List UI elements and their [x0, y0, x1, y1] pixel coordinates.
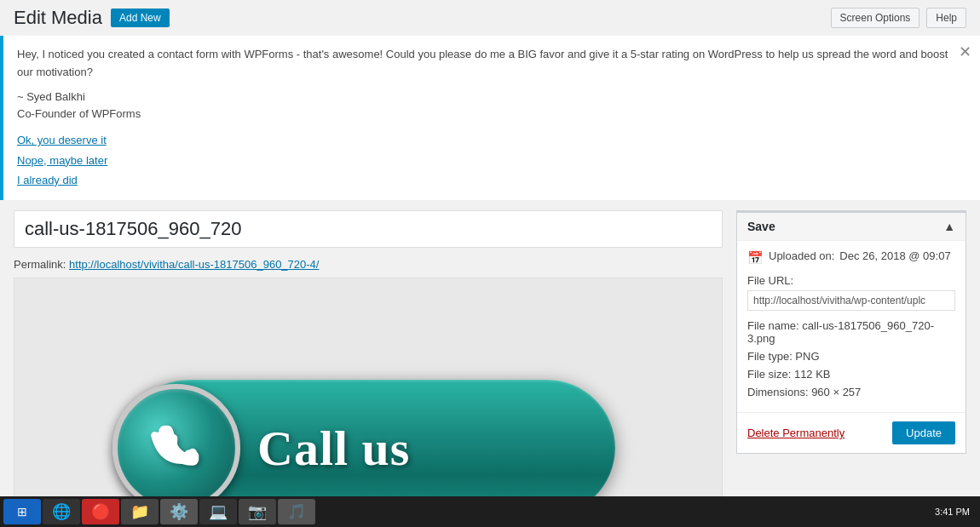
uploaded-value: Dec 26, 2018 @ 09:07 [839, 249, 950, 262]
call-us-circle [112, 384, 240, 512]
taskbar-item-4[interactable]: ⚙️ [160, 499, 198, 524]
page-title: Edit Media [14, 7, 102, 29]
top-bar-right: Screen Options Help [831, 8, 966, 28]
taskbar-item-2[interactable]: 🔴 [82, 499, 119, 524]
add-new-button[interactable]: Add New [111, 9, 170, 27]
permalink-row: Permalink: http://localhost/vivitha/call… [14, 258, 723, 271]
left-panel: Permalink: http://localhost/vivitha/call… [14, 210, 723, 527]
save-panel-title: Save [747, 220, 775, 233]
save-panel-toggle-button[interactable]: ▲ [943, 220, 955, 233]
taskbar-item-7[interactable]: 🎵 [278, 499, 315, 524]
taskbar-item-6[interactable]: 📷 [239, 499, 276, 524]
media-title-input[interactable] [14, 210, 723, 248]
notification-close-button[interactable]: ✕ [959, 44, 971, 60]
permalink-label: Permalink: [14, 258, 66, 271]
notification-link-maybe[interactable]: Nope, maybe later [17, 151, 966, 170]
notification-message: Hey, I noticed you created a contact for… [17, 46, 966, 82]
main-content: Permalink: http://localhost/vivitha/call… [0, 210, 980, 527]
file-size: File size: 112 KB [747, 368, 955, 381]
taskbar-start[interactable]: ⊞ [3, 499, 41, 524]
uploaded-row: 📅 Uploaded on: Dec 26, 2018 @ 09:07 [747, 249, 955, 266]
title-input-wrap [14, 210, 723, 248]
uploaded-label: Uploaded on: [769, 249, 834, 262]
right-sidebar: Save ▲ 📅 Uploaded on: Dec 26, 2018 @ 09:… [736, 210, 966, 527]
screen-options-button[interactable]: Screen Options [831, 8, 920, 28]
help-button[interactable]: Help [926, 8, 966, 28]
phone-icon [147, 418, 206, 478]
author-line1: ~ Syed Balkhi [17, 89, 966, 106]
taskbar-item-1[interactable]: 🌐 [43, 499, 80, 524]
page-wrapper: Edit Media Add New Screen Options Help ✕… [0, 0, 980, 527]
file-dimensions: Dimensions: 960 × 257 [747, 386, 955, 398]
save-panel: Save ▲ 📅 Uploaded on: Dec 26, 2018 @ 09:… [736, 210, 966, 454]
notification-bar: ✕ Hey, I noticed you created a contact f… [0, 36, 980, 200]
taskbar-item-5[interactable]: 💻 [199, 499, 237, 524]
image-preview-area: Call us [14, 278, 723, 527]
taskbar: ⊞ 🌐 🔴 📁 ⚙️ 💻 📷 🎵 3:41 PM [0, 496, 980, 527]
file-url-label: File URL: [747, 274, 955, 287]
taskbar-item-3[interactable]: 📁 [121, 499, 159, 524]
save-panel-footer: Delete Permanently Update [737, 412, 966, 453]
top-bar-left: Edit Media Add New [14, 7, 170, 29]
taskbar-time: 3:41 PM [935, 507, 977, 517]
save-panel-body: 📅 Uploaded on: Dec 26, 2018 @ 09:07 File… [737, 241, 966, 412]
notification-links: Ok, you deserve it Nope, maybe later I a… [17, 130, 966, 190]
calendar-icon: 📅 [747, 250, 764, 266]
notification-link-already[interactable]: I already did [17, 170, 966, 190]
top-bar: Edit Media Add New Screen Options Help [0, 0, 980, 36]
call-us-text: Call us [257, 420, 410, 477]
file-url-input[interactable] [747, 290, 955, 311]
delete-permanently-button[interactable]: Delete Permanently [747, 427, 845, 439]
file-name: File name: call-us-1817506_960_720-3.png [747, 319, 955, 345]
save-panel-header: Save ▲ [737, 213, 966, 241]
notification-author: ~ Syed Balkhi Co-Founder of WPForms [17, 89, 966, 124]
notification-link-ok[interactable]: Ok, you deserve it [17, 130, 966, 150]
author-line2: Co-Founder of WPForms [17, 106, 966, 123]
update-button[interactable]: Update [892, 421, 955, 444]
permalink-link[interactable]: http://localhost/vivitha/call-us-1817506… [69, 258, 319, 271]
file-type: File type: PNG [747, 350, 955, 363]
